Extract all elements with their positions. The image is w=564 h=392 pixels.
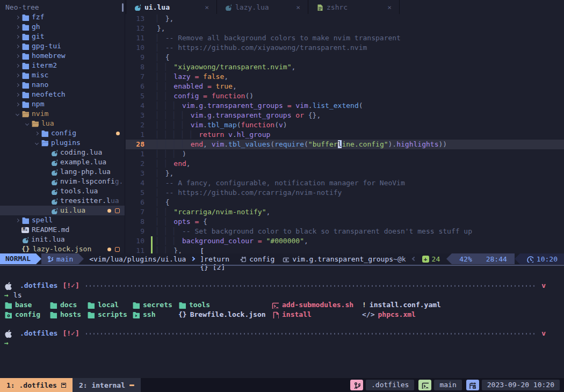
tree-item-tools.lua[interactable]: tools.lua: [0, 186, 125, 196]
tree-item-npm[interactable]: npm: [0, 99, 125, 109]
neotree-title: Neo-tree: [0, 3, 125, 12]
lua-file-icon: [225, 4, 232, 11]
folder-icon: [87, 301, 95, 309]
field-icon: [282, 256, 289, 263]
folder-icon: [21, 91, 29, 98]
line-number: 5: [126, 91, 149, 101]
code-line[interactable]: 1 ▏ ▏ ▏ ): [126, 149, 564, 159]
tree-item-neofetch[interactable]: neofetch: [0, 90, 125, 99]
text-icon: {}: [178, 310, 187, 320]
tree-item-example.lua[interactable]: example.lua: [0, 157, 125, 167]
buffer-modified-icon: [115, 247, 120, 252]
code-line[interactable]: 5 ▏ ▏ config = function(): [126, 91, 564, 101]
tree-item-gpg-tui[interactable]: gpg-tui: [0, 41, 125, 51]
branch-icon: [353, 382, 360, 389]
folder-icon: [21, 71, 29, 79]
tree-item-nvim[interactable]: nvim: [0, 109, 125, 119]
powerline-separator: [515, 253, 520, 264]
tree-item-lazy-lock.json[interactable]: {} lazy-lock.json: [0, 244, 125, 253]
prompt-git-status: [!✓]: [62, 329, 79, 338]
code-line[interactable]: 9 ▏ {: [126, 53, 564, 62]
neotree-scrollbar[interactable]: [122, 3, 124, 12]
code-editor[interactable]: 13 ▏ }, 12 }, 11 ▏ -- Remove all backgro…: [126, 14, 564, 253]
tree-item-git[interactable]: git: [0, 32, 125, 41]
close-icon[interactable]: ×: [387, 3, 392, 11]
tree-item-ui.lua[interactable]: ui.lua: [0, 206, 125, 215]
ls-item: {}Brewfile.lock.json: [178, 310, 266, 320]
line-number: 9: [126, 227, 149, 236]
code-line[interactable]: 1 ▏ ▏ ▏ ▏ ▏ return v.hl_group: [126, 130, 564, 140]
tree-item-iterm2[interactable]: iterm2: [0, 61, 125, 70]
lua-file-icon: [50, 169, 57, 176]
line-number: 1: [126, 130, 149, 140]
folder-open-icon: [41, 139, 48, 147]
tree-item-nvim-lspconfi[interactable]: nvim-lspconfig.: [0, 177, 125, 186]
code-line[interactable]: 13 ▏ },: [126, 14, 564, 24]
code-line[interactable]: 10 ▏ -- https://github.com/xiyaowong/tra…: [126, 43, 564, 53]
terminal-pane[interactable]: .dotfiles [!✓] v → ls base docs local se…: [0, 266, 564, 378]
code-line[interactable]: 8 ▏ ▏ opts = {: [126, 217, 564, 227]
powerline-separator: [446, 253, 452, 264]
ls-item: tools: [178, 300, 210, 310]
tree-item-fzf[interactable]: fzf: [0, 12, 125, 22]
line-number: 28: [126, 140, 149, 149]
command-line[interactable]: →: [4, 338, 546, 348]
code-line[interactable]: 7 ▏ ▏ "rcarriga/nvim-notify",: [126, 207, 564, 217]
folder-icon: [21, 52, 29, 60]
file-path: <vim/lua/plugins/ui.lua: [89, 255, 186, 263]
line-number: 6: [126, 82, 149, 91]
code-line[interactable]: 6 ▏ {: [126, 198, 564, 207]
tree-item-treesitter.l[interactable]: treesitter.lua: [0, 196, 125, 206]
tree-item-gh[interactable]: gh: [0, 22, 125, 32]
gitsigns-added-bar: [151, 236, 153, 246]
close-icon[interactable]: ×: [296, 3, 300, 11]
code-line[interactable]: 2 ▏ ▏ ▏ ▏ vim.tbl_map(function(v): [126, 120, 564, 130]
code-line[interactable]: 9 ▏ ▏ ▏ -- Set background color to black…: [126, 227, 564, 236]
code-line[interactable]: 5 ▏ -- https://github.com/rcarriga/nvim-…: [126, 188, 564, 198]
code-line[interactable]: 11 ▏ -- Remove all background colors to …: [126, 33, 564, 43]
tab-zshrc[interactable]: zshrc ×: [308, 0, 400, 14]
code-line[interactable]: 4 ▏ -- A fancy, configurable, notificati…: [126, 178, 564, 188]
code-line[interactable]: 12 },: [126, 24, 564, 33]
tree-item-nano[interactable]: nano: [0, 80, 125, 90]
folder-icon: [41, 129, 48, 137]
code-line[interactable]: 7 ▏ ▏ lazy = false,: [126, 72, 564, 82]
code-line[interactable]: 2 ▏ ▏ end,: [126, 159, 564, 169]
folder-icon: [4, 301, 12, 309]
tab-ui.lua[interactable]: ui.lua ×: [126, 0, 217, 14]
prompt-tail: v: [541, 281, 546, 291]
tmux-window-2[interactable]: 2: internal: [73, 378, 141, 392]
gitsigns-added-bar: [151, 246, 153, 253]
code-line[interactable]: 11 ▏ ▏ },: [126, 246, 564, 253]
folder-icon: [21, 13, 29, 21]
tree-item-coding.lua[interactable]: coding.lua: [0, 148, 125, 157]
code-line[interactable]: 10 ▏ ▏ ▏ background_colour = "#000000",: [126, 236, 564, 246]
tree-item-config[interactable]: config: [0, 128, 125, 138]
code-line[interactable]: 28 ▏ ▏ ▏ ▏ end, vim.tbl_values(require("…: [126, 140, 564, 149]
code-line[interactable]: 6 ▏ ▏ enabled = true,: [126, 82, 564, 91]
prompt-arrow-icon: →: [4, 338, 9, 348]
tree-item-README.md[interactable]: M↓ README.md: [0, 225, 125, 235]
typed-command: ls: [13, 291, 22, 300]
text-icon: {}: [21, 244, 30, 253]
tree-item-homebrew[interactable]: homebrew: [0, 51, 125, 61]
tree-item-plugins[interactable]: plugins: [0, 138, 125, 148]
line-number: 4: [126, 101, 149, 111]
folder-icon: [21, 81, 29, 89]
ls-item: base: [4, 300, 32, 310]
line-number: 13: [126, 14, 149, 24]
tree-item-misc[interactable]: misc: [0, 70, 125, 80]
code-line[interactable]: 8 ▏ ▏ "xiyaowong/transparent.nvim",: [126, 62, 564, 72]
tmux-window-1[interactable]: 1: .dotfiles: [0, 378, 73, 392]
tmux-window-list: 1: .dotfiles 2: internal: [0, 378, 141, 392]
tree-item-lang-php.lua[interactable]: lang-php.lua: [0, 167, 125, 177]
close-icon[interactable]: ×: [205, 3, 209, 11]
code-line[interactable]: 3 ▏ ▏ ▏ ▏ vim.g.transparent_groups or {}…: [126, 111, 564, 120]
tree-item-spell[interactable]: spell: [0, 215, 125, 225]
tree-item-lua[interactable]: lua: [0, 119, 125, 128]
code-line[interactable]: 4 ▏ ▏ ▏ vim.g.transparent_groups = vim.l…: [126, 101, 564, 111]
code-line[interactable]: 3 ▏ },: [126, 169, 564, 178]
tab-lazy.lua[interactable]: lazy.lua ×: [217, 0, 308, 14]
tree-item-init.lua[interactable]: init.lua: [0, 235, 125, 244]
git-added-count: 24: [432, 255, 440, 263]
